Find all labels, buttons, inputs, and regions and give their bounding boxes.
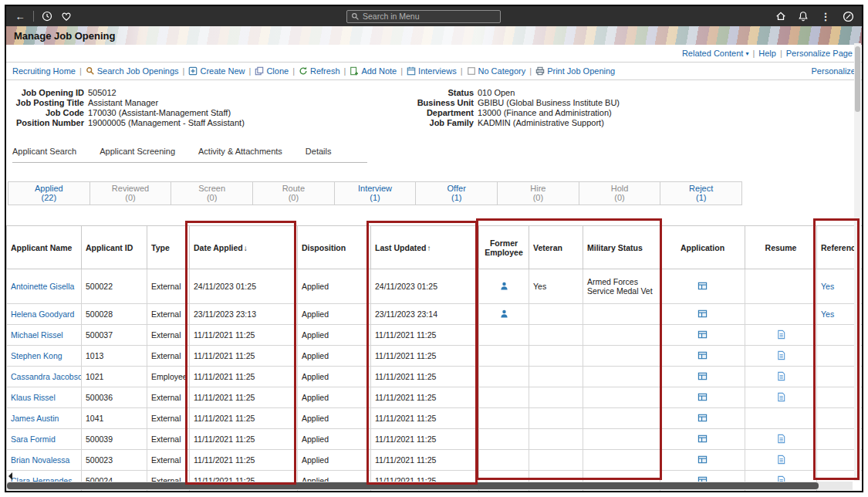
applicant-name-link[interactable]: Antoinette Gisella — [11, 282, 74, 291]
applicant-name-link[interactable]: Stephen Kong — [11, 351, 62, 360]
application-link[interactable] — [697, 353, 708, 362]
application-link[interactable] — [697, 457, 708, 466]
status-filter-count: (0) — [90, 193, 171, 202]
reference-link[interactable]: Yes — [821, 282, 834, 291]
toolbar-link-create-new[interactable]: Create New — [188, 66, 245, 76]
last-updated-cell: 11/11/2021 11:25 — [371, 429, 479, 450]
column-header-applicant-id[interactable]: Applicant ID — [82, 226, 147, 269]
applicant-id-cell: 500022 — [82, 269, 147, 304]
column-header-disposition[interactable]: Disposition — [298, 226, 371, 269]
applicant-name-cell: Helena Goodyard — [7, 304, 82, 325]
reference-link[interactable]: Yes — [821, 309, 834, 319]
application-link[interactable] — [697, 394, 708, 404]
date-applied-cell: 23/11/2023 23:13 — [190, 304, 298, 325]
job-detail-label: Job Code — [11, 108, 88, 118]
personalize-page-link[interactable]: Personalize Page — [786, 49, 853, 58]
resume-link[interactable] — [776, 394, 786, 404]
personalize-link[interactable]: Personalize — [812, 66, 856, 76]
status-filter-hold[interactable]: Hold(0) — [579, 181, 661, 205]
applicant-name-link[interactable]: Michael Rissel — [11, 330, 63, 340]
column-header-date-applied[interactable]: Date Applied↓ — [190, 226, 298, 269]
job-detail-value: 010 Open — [478, 88, 515, 98]
job-detail-label: Business Unit — [373, 98, 478, 108]
column-header-former-employee[interactable]: Former Employee — [479, 226, 529, 269]
navbar-icon[interactable] — [842, 10, 854, 22]
applicant-row: Klaus Rissel500036External11/11/2021 11:… — [7, 387, 863, 408]
resume-link[interactable] — [776, 332, 786, 341]
applicant-name-link[interactable]: James Austin — [11, 414, 59, 423]
help-link[interactable]: Help — [758, 49, 776, 58]
status-filter-interview[interactable]: Interview(1) — [335, 181, 417, 205]
toolbar-link-clone[interactable]: Clone — [255, 66, 289, 76]
toolbar-link-print-job-opening[interactable]: Print Job Opening — [535, 66, 615, 76]
toolbar-link-interviews[interactable]: Interviews — [407, 66, 457, 76]
job-detail-value: 505012 — [88, 88, 117, 98]
applicant-name-link[interactable]: Brian Novalessa — [11, 455, 69, 465]
status-filter-reviewed[interactable]: Reviewed(0) — [90, 181, 172, 205]
applicant-name-link[interactable]: Helena Goodyard — [11, 309, 74, 319]
column-header-resume[interactable]: Resume — [745, 226, 817, 269]
notifications-bell-icon[interactable] — [797, 10, 809, 22]
separator: | — [344, 66, 346, 76]
application-link[interactable] — [697, 374, 708, 383]
status-filter-offer[interactable]: Offer(1) — [416, 181, 498, 205]
resume-link[interactable] — [776, 353, 786, 362]
toolbar-link-search-job-openings[interactable]: Search Job Openings — [86, 66, 179, 76]
applicant-name-cell: James Austin — [7, 408, 82, 429]
column-header-last-updated[interactable]: Last Updated↑ — [371, 226, 479, 269]
resume-link[interactable] — [776, 457, 786, 466]
recent-history-icon[interactable] — [41, 10, 53, 22]
applicant-type-cell: External — [147, 269, 190, 304]
actions-kebab-icon[interactable]: ⋮ — [819, 10, 832, 22]
tab-applicant-screening[interactable]: Applicant Screening — [100, 147, 175, 156]
horizontal-scrollbar-thumb[interactable] — [7, 482, 819, 489]
tab-applicant-search[interactable]: Applicant Search — [12, 147, 76, 156]
toolbar-link-refresh[interactable]: Refresh — [299, 66, 340, 76]
column-header-military-status[interactable]: Military Status — [583, 226, 660, 269]
status-filter-route[interactable]: Route(0) — [253, 181, 335, 205]
related-content-link[interactable]: Related Content▾ — [682, 49, 749, 58]
toolbar-link-no-category[interactable]: No Category — [467, 66, 526, 76]
application-link[interactable] — [697, 415, 708, 424]
column-header-veteran[interactable]: Veteran — [529, 226, 583, 269]
status-filter-reject[interactable]: Reject(1) — [660, 181, 742, 205]
tab-details[interactable]: Details — [306, 147, 332, 156]
status-filter-count: (0) — [498, 193, 579, 202]
veteran-cell — [529, 367, 583, 387]
application-link[interactable] — [697, 436, 708, 445]
status-filter-screen[interactable]: Screen(0) — [171, 181, 253, 205]
horizontal-scrollbar[interactable] — [7, 482, 853, 490]
application-link[interactable] — [697, 332, 708, 341]
applicant-name-link[interactable]: Sara Formid — [11, 434, 56, 444]
status-filter-applied[interactable]: Applied(22) — [8, 181, 90, 205]
status-filter-hire[interactable]: Hire(0) — [498, 181, 579, 205]
column-header-label: Date Applied — [194, 243, 243, 252]
applicant-name-cell: Sara Formid — [7, 429, 82, 450]
toolbar-link-add-note[interactable]: Add Note — [350, 66, 397, 76]
global-search[interactable] — [346, 10, 501, 23]
military-status-cell — [583, 429, 660, 450]
home-icon[interactable] — [775, 10, 787, 22]
search-input[interactable] — [363, 12, 496, 21]
scroll-left-arrow-icon[interactable] — [8, 472, 12, 480]
military-status-cell — [583, 408, 660, 429]
sort-arrow-icon: ↑ — [427, 244, 431, 252]
former-employee-cell — [479, 325, 529, 346]
vertical-scrollbar-thumb[interactable] — [855, 46, 860, 112]
tab-activity-attachments[interactable]: Activity & Attachments — [198, 147, 282, 156]
application-link[interactable] — [697, 283, 708, 292]
resume-link[interactable] — [776, 374, 786, 383]
column-header-applicant-name[interactable]: Applicant Name — [7, 226, 82, 269]
applicant-name-link[interactable]: Klaus Rissel — [11, 393, 56, 402]
favorites-heart-icon[interactable] — [60, 10, 73, 22]
applicant-name-link[interactable]: Cassandra Jacobson — [11, 372, 82, 381]
column-header-type[interactable]: Type — [147, 226, 190, 269]
vertical-scrollbar[interactable] — [854, 43, 861, 481]
date-applied-cell: 11/11/2021 11:25 — [190, 429, 298, 450]
application-link[interactable] — [697, 311, 708, 320]
toolbar-link-recruiting-home[interactable]: Recruiting Home — [12, 66, 76, 76]
resume-link[interactable] — [776, 436, 786, 445]
column-header-application[interactable]: Application — [660, 226, 745, 269]
back-icon[interactable]: ← — [14, 10, 26, 22]
resume-doc-icon — [776, 434, 786, 444]
